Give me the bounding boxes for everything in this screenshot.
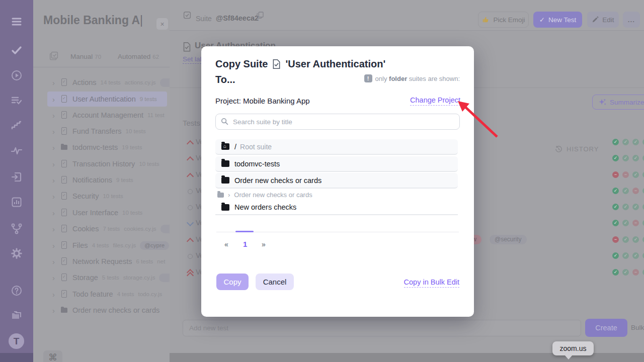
suite-doc-icon (60, 274, 68, 282)
tree-item[interactable]: › Fund Transfers 10 tests (43, 124, 170, 139)
tree-item[interactable]: › Cookies 7 tests cookies.cy.js (43, 221, 170, 236)
pagination-prev[interactable]: « (224, 240, 228, 248)
tree-item[interactable]: › Transaction History 10 tests (43, 156, 170, 171)
run-status-dots (612, 252, 644, 259)
bulk-link[interactable]: Bulk (631, 324, 644, 331)
chevron-right-icon: › (52, 78, 59, 87)
command-key-icon[interactable]: ⌘ (43, 350, 62, 362)
cancel-button[interactable]: Cancel (256, 274, 294, 290)
search-icon (221, 118, 228, 125)
tab-manual[interactable]: Manual70 (70, 53, 101, 60)
tree-item[interactable]: › Notifications 9 tests (43, 172, 170, 188)
modal-title: Copy Suite 'User Authentication' (215, 58, 385, 70)
plans-checklist-icon[interactable] (10, 94, 23, 107)
import-icon[interactable] (10, 170, 23, 184)
tree-item[interactable]: › Actions 14 tests actions.cy.js (43, 75, 170, 90)
suite-doc-icon (272, 59, 281, 69)
priority-icon (186, 236, 194, 244)
suite-doc-icon (60, 192, 68, 200)
add-new-test-input[interactable] (183, 320, 581, 336)
run-status-dots (612, 236, 644, 243)
suite-option[interactable]: todomvc-tests (215, 156, 458, 172)
tab-automated[interactable]: Automated62 (118, 53, 159, 60)
new-test-button[interactable]: ✓ New Test (533, 12, 582, 28)
priority-icon (186, 138, 194, 146)
create-button[interactable]: Create (585, 319, 627, 337)
suite-doc-icon (60, 176, 68, 184)
tree-item[interactable]: › Storage 5 tests storage.cy.js (43, 270, 170, 285)
chevron-right-icon: › (52, 95, 59, 104)
suite-search-input[interactable] (215, 114, 460, 130)
copy-in-bulk-edit-link[interactable]: Copy in Bulk Edit (404, 278, 459, 288)
chevron-right-icon: › (52, 274, 59, 282)
suite-label: Suite (196, 15, 212, 23)
projects-folders-icon[interactable] (10, 309, 23, 322)
tree-item[interactable]: › Todo feature 4 tests todo.cy.js (43, 287, 170, 302)
chevron-right-icon: › (52, 111, 59, 120)
tag-badge (160, 225, 170, 233)
chevron-right-icon: › (52, 176, 59, 185)
more-actions-button[interactable]: ... (623, 12, 640, 28)
set-label-link[interactable]: Set lab (183, 55, 204, 64)
priority-icon (186, 203, 194, 211)
suite-doc-icon (183, 42, 191, 51)
close-icon[interactable]: × (156, 18, 168, 30)
project-line: Project: Mobile Banking App (215, 97, 310, 105)
priority-icon (186, 154, 194, 162)
suite-option[interactable]: Order new checks or cards (215, 173, 458, 189)
pick-emoji-button[interactable]: Pick Emoji (478, 12, 529, 28)
tree-item-selected[interactable]: › User Authentication 9 tests (47, 92, 167, 107)
folder-icon (60, 306, 68, 314)
suite-doc-icon (60, 160, 68, 168)
copy-id-icon[interactable] (256, 11, 264, 19)
priority-icon (186, 219, 194, 227)
tree-item[interactable]: › Files 4 tests files.cy.js @cypre (43, 238, 170, 253)
zoom-app-tooltip: zoom.us (552, 341, 594, 355)
runs-play-icon[interactable] (10, 69, 23, 82)
suite-topbar: Suite @Sf84eeca2 Pick Emoji ✓ New Test E… (170, 0, 644, 31)
tree-item[interactable]: › Network Requests 6 tests net (43, 254, 170, 269)
tree-item[interactable]: › Account Management 11 test (43, 108, 170, 123)
settings-gear-icon[interactable] (10, 247, 23, 260)
copy-button[interactable]: Copy (216, 274, 249, 290)
run-status-dots (612, 171, 644, 178)
change-project-link[interactable]: Change Project (410, 96, 460, 106)
app-logo[interactable]: T (9, 333, 24, 349)
suite-breadcrumb: › Order new checks or cards (217, 191, 312, 199)
tree-item[interactable]: › Order new checks or cards (43, 303, 170, 318)
branches-icon[interactable] (10, 222, 23, 235)
tree-item[interactable]: › Security 10 tests (43, 189, 170, 204)
tree-item[interactable]: › User Interface 10 tests (43, 205, 170, 220)
edit-button[interactable]: Edit (587, 12, 619, 28)
folder-note: ! only folder suites are shown: (364, 74, 460, 82)
menu-icon[interactable] (10, 15, 23, 28)
run-status-dots (612, 220, 644, 226)
suite-doc-icon (60, 257, 68, 265)
pulse-activity-icon[interactable] (10, 144, 23, 157)
tree-item[interactable]: › todomvc-tests 19 tests (43, 140, 170, 155)
suite-doc-icon (60, 225, 68, 233)
priority-icon (186, 252, 194, 260)
parent-folder-icon (217, 193, 224, 198)
help-icon[interactable] (10, 284, 23, 297)
tests-check-icon[interactable] (10, 44, 23, 57)
pagination-next[interactable]: » (262, 240, 266, 248)
milestones-steps-icon[interactable] (10, 119, 23, 132)
chevron-right-icon: › (52, 209, 59, 217)
tag-badge: @cypre (140, 241, 169, 250)
root-folder-icon (221, 143, 229, 150)
active-page-indicator (235, 231, 254, 232)
run-status-dots (612, 269, 644, 276)
analytics-chart-icon[interactable] (10, 196, 23, 209)
summarize-button[interactable]: Summarize (592, 95, 644, 110)
priority-icon (186, 268, 194, 277)
run-status-dots (612, 204, 644, 210)
chevron-right-icon: › (52, 241, 59, 250)
chevron-right-icon: › (52, 192, 59, 201)
project-title[interactable]: Mobile Banking A| (43, 14, 143, 27)
pagination-page-1[interactable]: 1 (243, 240, 247, 248)
suite-option-root[interactable]: / Root suite (215, 139, 458, 155)
rail-bottom-strip (0, 353, 33, 362)
chevron-right-icon: › (52, 160, 59, 168)
suite-option[interactable]: New orders checks (215, 200, 458, 215)
